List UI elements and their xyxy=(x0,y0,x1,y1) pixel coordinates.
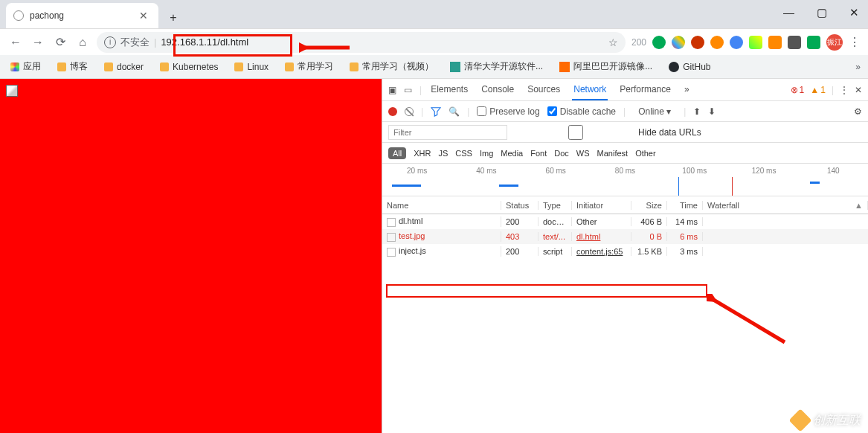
bookmark-folder[interactable]: docker xyxy=(101,60,147,74)
extension-icon[interactable] xyxy=(749,36,762,49)
folder-icon xyxy=(160,62,169,71)
tabs-more-icon[interactable]: » xyxy=(683,80,691,100)
search-icon[interactable]: 🔍 xyxy=(449,106,460,117)
reload-button[interactable]: ⟳ xyxy=(52,35,68,49)
upload-icon[interactable]: ⬆ xyxy=(693,106,701,117)
close-tab-icon[interactable]: ✕ xyxy=(136,8,151,23)
hide-data-urls-checkbox[interactable]: Hide data URLs xyxy=(516,125,701,140)
site-icon xyxy=(450,62,460,72)
folder-icon xyxy=(234,62,243,71)
record-button[interactable] xyxy=(388,107,397,116)
broken-image-icon xyxy=(6,85,18,97)
type-all[interactable]: All xyxy=(388,147,406,159)
maximize-button[interactable]: ▢ xyxy=(812,3,832,22)
table-row[interactable]: inject.js200scriptcontent.js:651.5 KB3 m… xyxy=(382,244,868,259)
filter-input[interactable] xyxy=(388,125,507,140)
error-badge[interactable]: ⊗1 xyxy=(791,85,805,95)
chevron-down-icon: ▾ xyxy=(666,106,671,117)
type-xhr[interactable]: XHR xyxy=(414,149,431,158)
info-icon[interactable]: i xyxy=(104,36,116,48)
network-toolbar: | 🔍 | Preserve log Disable cache | Onlin… xyxy=(382,101,868,122)
bookmark-folder[interactable]: 博客 xyxy=(54,59,91,74)
extension-icon[interactable] xyxy=(652,36,666,49)
bookmark-folder[interactable]: 常用学习 xyxy=(282,59,336,74)
browser-tab[interactable]: pachong ✕ xyxy=(6,3,158,28)
new-tab-button[interactable]: + xyxy=(163,7,184,28)
type-media[interactable]: Media xyxy=(501,149,523,158)
type-filter-row: All XHR JS CSS Img Media Font Doc WS Man… xyxy=(382,143,868,164)
folder-icon xyxy=(104,62,113,71)
github-icon xyxy=(669,62,679,72)
minimize-button[interactable]: — xyxy=(779,3,799,22)
extension-icon[interactable] xyxy=(672,36,685,49)
bookmark-folder[interactable]: Kubernetes xyxy=(157,60,221,74)
not-secure-label: 不安全 xyxy=(120,36,150,49)
table-row[interactable]: test.jpg403text/...dl.html0 B6 ms xyxy=(382,229,868,244)
settings-icon[interactable]: ⋮ xyxy=(840,85,849,95)
devtools-tabs: Elements Console Sources Network Perform… xyxy=(429,80,691,100)
apps-shortcut[interactable]: 应用 xyxy=(7,59,44,74)
network-table: Name Status Type Initiator Size Time Wat… xyxy=(382,196,868,433)
sort-indicator-icon: ▲ xyxy=(855,201,863,210)
preserve-log-checkbox[interactable]: Preserve log xyxy=(477,106,539,117)
overflow-chevron-icon[interactable]: » xyxy=(855,62,861,72)
bookmark-link[interactable]: 阿里巴巴开源镜像... xyxy=(556,59,655,74)
bookmark-star-icon[interactable]: ☆ xyxy=(608,36,618,48)
url-text: 192.168.1.11/dl.html xyxy=(161,36,248,48)
bookmark-link[interactable]: 清华大学开源软件... xyxy=(447,59,546,74)
close-window-button[interactable]: ✕ xyxy=(845,3,864,22)
type-img[interactable]: Img xyxy=(480,149,493,158)
bookmark-folder[interactable]: 常用学习（视频） xyxy=(347,59,437,74)
filter-bar: Hide data URLs xyxy=(382,122,868,143)
tab-performance[interactable]: Performance xyxy=(618,80,672,100)
inspect-icon[interactable]: ▣ xyxy=(388,85,396,95)
devtools-panel: ▣ ▭ | Elements Console Sources Network P… xyxy=(382,79,868,433)
folder-icon xyxy=(57,62,66,71)
extension-icon[interactable] xyxy=(807,36,820,49)
watermark-logo-icon xyxy=(788,408,811,432)
extension-icon[interactable] xyxy=(691,36,704,49)
bookmark-link[interactable]: GitHub xyxy=(666,60,713,74)
type-css[interactable]: CSS xyxy=(455,149,472,158)
tab-network[interactable]: Network xyxy=(572,80,608,100)
close-devtools-icon[interactable]: ✕ xyxy=(855,85,862,95)
type-manifest[interactable]: Manifest xyxy=(597,149,629,158)
type-other[interactable]: Other xyxy=(635,149,656,158)
omnibox[interactable]: i 不安全 | 192.168.1.11/dl.html ☆ xyxy=(97,32,626,53)
timeline-overview[interactable]: 20 ms 40 ms 60 ms 80 ms 100 ms 120 ms 14… xyxy=(382,164,868,196)
type-font[interactable]: Font xyxy=(530,149,547,158)
filter-icon[interactable] xyxy=(431,106,441,117)
site-icon xyxy=(559,62,570,72)
type-doc[interactable]: Doc xyxy=(554,149,569,158)
folder-icon xyxy=(285,62,294,71)
bookmark-folder[interactable]: Linux xyxy=(231,60,271,74)
extension-icon[interactable] xyxy=(710,36,724,49)
clear-button[interactable] xyxy=(405,107,414,116)
devtools-toolbar: ▣ ▭ | Elements Console Sources Network P… xyxy=(382,79,868,101)
device-toggle-icon[interactable]: ▭ xyxy=(404,85,412,95)
download-icon[interactable]: ⬇ xyxy=(708,106,716,117)
tab-sources[interactable]: Sources xyxy=(526,80,562,100)
request-count: 200 xyxy=(631,37,646,48)
gear-icon[interactable]: ⚙ xyxy=(854,106,862,117)
table-body: dl.html200docu...Other406 B14 mstest.jpg… xyxy=(382,214,868,259)
warning-badge[interactable]: ▲1 xyxy=(810,85,826,95)
page-content xyxy=(0,79,382,433)
throttle-select[interactable]: Online ▾ xyxy=(633,104,676,119)
home-button[interactable]: ⌂ xyxy=(74,36,91,49)
forward-button[interactable]: → xyxy=(30,36,46,49)
menu-icon[interactable]: ⋮ xyxy=(849,35,861,49)
profile-avatar[interactable]: 振江 xyxy=(826,34,843,51)
extension-icon[interactable] xyxy=(768,36,782,49)
back-button[interactable]: ← xyxy=(7,36,24,49)
tab-elements[interactable]: Elements xyxy=(429,80,469,100)
extension-icon[interactable] xyxy=(788,36,801,49)
tab-console[interactable]: Console xyxy=(480,80,515,100)
apps-icon xyxy=(10,62,19,71)
extension-icon[interactable] xyxy=(730,36,743,49)
type-js[interactable]: JS xyxy=(438,149,448,158)
disable-cache-checkbox[interactable]: Disable cache xyxy=(547,106,616,117)
type-ws[interactable]: WS xyxy=(576,149,590,158)
table-row[interactable]: dl.html200docu...Other406 B14 ms xyxy=(382,214,868,229)
table-header: Name Status Type Initiator Size Time Wat… xyxy=(382,196,868,214)
